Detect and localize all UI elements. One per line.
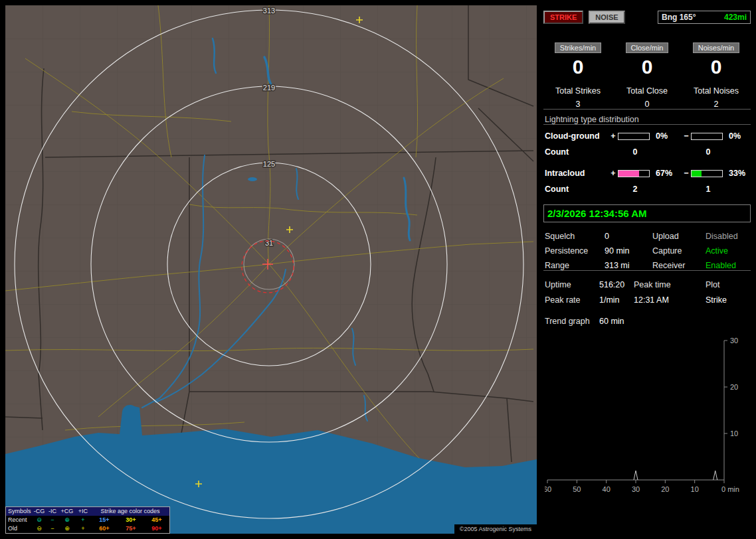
receiver-label: Receiver [652, 261, 706, 270]
y-tick-label: 30 [730, 337, 738, 345]
legend-old-label: Old [6, 524, 33, 533]
datetime-display: 2/3/2026 12:34:56 AM [543, 204, 751, 222]
age-30: 30+ [118, 516, 144, 524]
uptime-value: 516:20 [599, 280, 634, 289]
cg-minus-bar [691, 133, 723, 140]
peak-rate-value: 1/min [599, 295, 634, 305]
stat-col-close: Close/min 0 Total Close 0 [613, 42, 682, 109]
noises-per-min-header[interactable]: Noises/min [693, 42, 739, 53]
minus-sign: − [682, 169, 691, 178]
peak-time-value: 12:31 AM [634, 295, 706, 305]
ring-label-313: 313 [263, 7, 275, 15]
age-15: 15+ [91, 516, 118, 524]
count-label: Count [545, 185, 618, 194]
distance-value: 423mi [724, 13, 747, 22]
intracloud-row: Intracloud + 67% − 33% [543, 169, 751, 178]
persistence-label: Persistence [545, 246, 605, 256]
receiver-status: Enabled [706, 261, 751, 270]
strike-mode-button[interactable]: STRIKE [543, 11, 583, 24]
legend-symbols-header: Symbols [6, 507, 33, 516]
stat-col-noises: Noises/min 0 Total Noises 2 [682, 42, 751, 109]
age-90: 90+ [144, 524, 169, 533]
x-tick-label: 20 [661, 485, 669, 493]
cg-minus-count: 0 [691, 147, 725, 157]
close-per-min-header[interactable]: Close/min [626, 42, 669, 53]
pos-cg-icon: ⊕ [59, 524, 75, 533]
total-close-label: Total Close [613, 86, 682, 96]
legend-age-header: Strike age color codes [91, 507, 169, 516]
ic-plus-count: 2 [618, 185, 652, 194]
intracloud-count-row: Count 2 1 [543, 185, 751, 194]
bearing-box: Bng 165° 423mi [658, 11, 751, 24]
legend-col-ncg: -CG [33, 507, 46, 516]
strikes-per-min-header[interactable]: Strikes/min [555, 42, 601, 53]
total-strikes-value: 3 [543, 100, 613, 109]
mode-toolbar: STRIKE NOISE Bng 165° 423mi [543, 11, 751, 24]
cg-plus-count: 0 [618, 147, 652, 157]
squelch-label: Squelch [545, 232, 605, 241]
noises-per-min-value: 0 [682, 56, 751, 78]
lake [248, 177, 257, 181]
cg-plus-bar [618, 133, 650, 140]
trend-graph-window: 60 min [599, 317, 751, 326]
divider [543, 109, 751, 110]
total-noises-label: Total Noises [682, 86, 751, 96]
lightning-map-panel[interactable]: 313 219 125 31 Symbols -CG -IC +CG +IC S… [5, 5, 537, 534]
total-close-value: 0 [613, 100, 682, 109]
intracloud-label: Intracloud [545, 169, 609, 178]
sidebar: STRIKE NOISE Bng 165° 423mi Strikes/min … [543, 0, 751, 539]
y-tick-label: 20 [730, 383, 738, 391]
total-strikes-label: Total Strikes [543, 86, 613, 96]
ring-label-219: 219 [263, 84, 275, 92]
receiver-settings: Squelch 0 Upload Disabled Persistence 90… [543, 232, 751, 270]
ic-minus-count: 1 [691, 185, 725, 194]
squelch-value: 0 [605, 232, 652, 241]
trend-spike [713, 471, 717, 480]
trend-spike [634, 471, 638, 480]
legend-col-nic: -IC [46, 507, 59, 516]
upload-status: Disabled [706, 232, 751, 241]
cloud-ground-label: Cloud-ground [545, 131, 609, 141]
nexstorm-window: { "toolbar": { "strike": "STRIKE", "nois… [0, 0, 756, 539]
cloud-ground-count-row: Count 0 0 [543, 147, 751, 157]
ic-plus-pct: 67% [652, 169, 682, 178]
noise-mode-button[interactable]: NOISE [589, 11, 624, 24]
bearing-value: Bng 165° [662, 13, 696, 22]
upload-label: Upload [652, 232, 706, 241]
cloud-ground-row: Cloud-ground + 0% − 0% [543, 131, 751, 141]
age-60: 60+ [91, 524, 118, 533]
rate-stats: Strikes/min 0 Total Strikes 3 Close/min … [543, 42, 751, 109]
trend-graph-label: Trend graph [545, 317, 599, 326]
minus-sign: − [682, 131, 691, 141]
close-per-min-value: 0 [613, 56, 682, 78]
range-value: 313 mi [605, 261, 652, 270]
plus-sign: + [609, 169, 618, 178]
x-tick-label: 60 [545, 485, 551, 493]
copyright-text: ©2005 Astrogenic Systems [454, 524, 537, 534]
ic-minus-pct: 33% [725, 169, 751, 178]
neg-ic-icon: − [46, 516, 59, 524]
range-label: Range [545, 261, 605, 270]
neg-cg-icon: ⊖ [33, 524, 46, 533]
map-canvas[interactable]: 313 219 125 31 [5, 5, 537, 534]
legend-col-pic: +IC [75, 507, 91, 516]
legend-recent-row: Recent ⊖ − ⊕ + 15+ 30+ 45+ [6, 516, 169, 524]
age-75: 75+ [118, 524, 144, 533]
legend-recent-label: Recent [6, 516, 33, 524]
ic-plus-bar-fill [618, 171, 639, 177]
stat-col-strikes: Strikes/min 0 Total Strikes 3 [543, 42, 613, 109]
distribution-title: Lightning type distribution [543, 115, 751, 124]
plot-mode-value: Strike [706, 295, 751, 305]
count-label: Count [545, 147, 618, 157]
ring-label-31: 31 [265, 239, 273, 247]
persistence-value: 90 min [605, 246, 652, 256]
peak-rate-label: Peak rate [545, 295, 599, 305]
x-tick-label: 30 [632, 485, 640, 493]
pos-cg-icon: ⊕ [59, 516, 75, 524]
cg-plus-pct: 0% [652, 131, 682, 141]
capture-status: Active [706, 246, 751, 256]
divider [543, 124, 751, 125]
legend-old-row: Old ⊖ − ⊕ + 60+ 75+ 90+ [6, 524, 169, 533]
pos-ic-icon: + [75, 524, 91, 533]
legend-header-row: Symbols -CG -IC +CG +IC Strike age color… [6, 507, 169, 516]
